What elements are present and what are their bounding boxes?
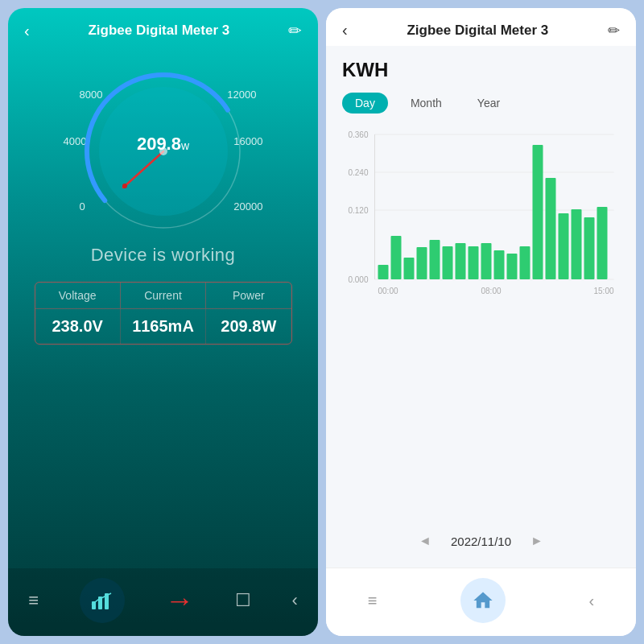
power-value: 209.8W — [206, 309, 291, 344]
power-header: Power — [206, 283, 291, 308]
svg-rect-29 — [507, 254, 518, 279]
svg-text:08:00: 08:00 — [481, 287, 502, 295]
tab-month[interactable]: Month — [398, 93, 455, 114]
gauge-value: 209.8w — [137, 134, 189, 155]
svg-rect-20 — [391, 236, 402, 279]
left-bottom-bar: ≡ → ☐ ‹ — [8, 568, 318, 636]
left-panel: ‹ Zigbee Digital Meter 3 ✏ 8000 12000 40… — [8, 8, 318, 636]
stats-header-row: Voltage Current Power — [35, 283, 291, 309]
svg-rect-21 — [404, 258, 415, 279]
svg-rect-30 — [520, 246, 530, 279]
svg-rect-22 — [417, 247, 427, 279]
home-button[interactable] — [460, 578, 506, 623]
voltage-value: 238.0V — [35, 309, 121, 344]
bar-chart-icon — [90, 590, 114, 611]
svg-text:0.360: 0.360 — [348, 130, 368, 139]
back-nav-icon[interactable]: ‹ — [291, 590, 297, 611]
next-date-button[interactable]: ► — [530, 534, 543, 548]
voltage-header: Voltage — [35, 283, 121, 308]
right-title: Zigbee Digital Meter 3 — [407, 23, 548, 39]
svg-text:0.000: 0.000 — [348, 275, 368, 284]
svg-rect-31 — [533, 145, 543, 279]
date-display: 2022/11/10 — [451, 535, 511, 548]
svg-rect-23 — [430, 240, 440, 279]
svg-text:0.240: 0.240 — [348, 168, 368, 177]
current-header: Current — [121, 283, 206, 308]
svg-rect-36 — [597, 207, 608, 279]
chart-icon-button[interactable] — [80, 578, 125, 623]
tab-day[interactable]: Day — [342, 93, 388, 114]
kwh-title: KWH — [342, 59, 620, 81]
svg-text:0.120: 0.120 — [348, 206, 368, 215]
svg-rect-28 — [494, 250, 505, 279]
svg-rect-25 — [456, 243, 466, 279]
home-icon — [472, 589, 494, 612]
svg-rect-35 — [584, 217, 595, 279]
stats-table: Voltage Current Power 238.0V 1165mA 209.… — [35, 282, 292, 345]
device-status: Device is working — [91, 245, 236, 266]
svg-rect-32 — [546, 178, 556, 279]
right-edit-button[interactable]: ✏ — [608, 22, 620, 39]
svg-text:00:00: 00:00 — [378, 287, 398, 295]
current-value: 1165mA — [121, 309, 206, 344]
svg-rect-33 — [559, 213, 569, 279]
right-content: KWH Day Month Year 0.360 0.240 0.120 0.0… — [326, 46, 636, 568]
menu-icon[interactable]: ≡ — [28, 590, 39, 611]
svg-rect-26 — [469, 246, 479, 279]
date-nav: ◄ 2022/11/10 ► — [342, 524, 620, 555]
svg-rect-34 — [572, 209, 582, 279]
right-menu-icon[interactable]: ≡ — [368, 592, 378, 610]
gauge: 8000 12000 4000 16000 0 20000 — [59, 55, 268, 232]
svg-point-6 — [122, 184, 127, 188]
bar-chart-svg: 0.360 0.240 0.120 0.000 — [342, 126, 620, 312]
right-panel: ‹ Zigbee Digital Meter 3 ✏ KWH Day Month… — [326, 8, 636, 636]
svg-rect-24 — [443, 246, 453, 279]
right-bottom-bar: ≡ ‹ — [326, 568, 636, 636]
right-arrow: → — [165, 584, 194, 617]
right-back-button[interactable]: ‹ — [342, 21, 348, 39]
svg-rect-19 — [378, 265, 389, 279]
prev-date-button[interactable]: ◄ — [419, 534, 431, 548]
right-header: ‹ Zigbee Digital Meter 3 ✏ — [326, 8, 636, 46]
svg-rect-27 — [481, 243, 492, 279]
home-nav-icon[interactable]: ☐ — [235, 590, 251, 611]
left-title: Zigbee Digital Meter 3 — [88, 23, 229, 39]
left-back-button[interactable]: ‹ — [24, 22, 30, 40]
tab-row: Day Month Year — [342, 93, 620, 114]
right-back-nav-icon[interactable]: ‹ — [589, 592, 595, 610]
tab-year[interactable]: Year — [464, 93, 513, 114]
left-edit-button[interactable]: ✏ — [288, 21, 302, 40]
svg-text:15:00: 15:00 — [594, 287, 614, 295]
stats-value-row: 238.0V 1165mA 209.8W — [35, 309, 291, 344]
chart-area: 0.360 0.240 0.120 0.000 — [342, 126, 620, 524]
left-header: ‹ Zigbee Digital Meter 3 ✏ — [8, 8, 318, 47]
